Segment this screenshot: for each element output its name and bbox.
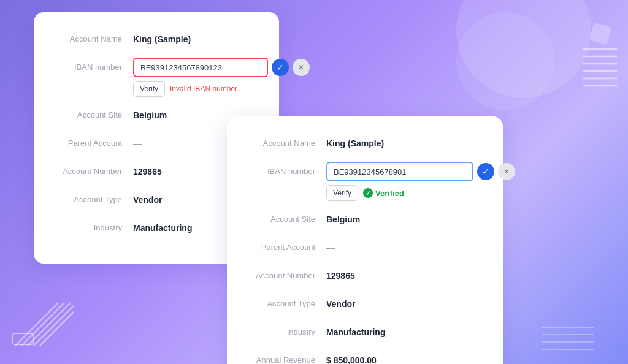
- front-account-number-value: 129865: [326, 266, 355, 286]
- back-account-type-value: Vendor: [133, 190, 162, 210]
- front-industry-value: Manufacturing: [326, 322, 385, 342]
- front-account-site-value: Belgium: [326, 210, 360, 229]
- back-account-site-label: Account Site: [53, 105, 133, 125]
- card-valid: Account Name King (Sample) IBAN number ✓…: [227, 116, 503, 364]
- back-iban-verify-row: Verify Invalid IBAN number.: [133, 81, 310, 97]
- back-account-site-value: Belgium: [133, 105, 167, 125]
- back-iban-label: IBAN number: [53, 58, 133, 77]
- svg-line-9: [34, 306, 74, 346]
- front-iban-close-btn[interactable]: ✕: [498, 163, 515, 180]
- back-account-type-label: Account Type: [53, 190, 133, 210]
- back-iban-check-btn[interactable]: ✓: [272, 59, 289, 76]
- front-iban-check-btn[interactable]: ✓: [477, 163, 494, 180]
- front-iban-verify-row: Verify ✓ Verified: [326, 185, 515, 201]
- front-iban-input[interactable]: [326, 162, 473, 181]
- front-account-site-row: Account Site Belgium: [247, 210, 483, 229]
- svg-line-6: [15, 303, 58, 346]
- bg-lines-bottom-left: [9, 284, 77, 352]
- front-industry-row: Industry Manufacturing: [247, 322, 483, 342]
- front-account-name-value: King (Sample): [326, 134, 384, 153]
- bg-circle-small: [456, 12, 554, 110]
- front-annual-revenue-value: $ 850,000.00: [326, 351, 377, 364]
- front-verify-button[interactable]: Verify: [326, 185, 358, 201]
- front-account-type-value: Vendor: [326, 294, 355, 314]
- front-account-type-row: Account Type Vendor: [247, 294, 483, 314]
- svg-line-7: [21, 303, 64, 346]
- front-annual-revenue-row: Annual Revenue $ 850,000.00: [247, 351, 483, 364]
- back-parent-account-label: Parent Account: [53, 134, 133, 153]
- back-iban-input-row: ✓ ✕: [133, 58, 310, 77]
- back-iban-error: Invalid IBAN number.: [170, 85, 239, 93]
- back-account-name-label: Account Name: [53, 29, 133, 49]
- back-verify-button[interactable]: Verify: [133, 81, 165, 97]
- verified-label: Verified: [375, 189, 404, 198]
- front-account-site-label: Account Site: [247, 210, 326, 229]
- back-account-name-value: King (Sample): [133, 29, 191, 49]
- back-industry-label: Industry: [53, 218, 133, 238]
- bg-rect-decoration: [589, 23, 612, 45]
- back-iban-row: IBAN number ✓ ✕ Verify Invalid IBAN numb…: [53, 58, 259, 97]
- bg-lines-bottom-right: [542, 321, 597, 358]
- front-iban-label: IBAN number: [247, 162, 326, 181]
- front-account-number-row: Account Number 129865: [247, 266, 483, 286]
- front-account-type-label: Account Type: [247, 294, 326, 314]
- front-industry-label: Industry: [247, 322, 326, 342]
- front-iban-wrapper: ✓ ✕ Verify ✓ Verified: [326, 162, 515, 201]
- back-iban-input[interactable]: [133, 58, 268, 77]
- verified-check-icon: ✓: [363, 188, 373, 198]
- front-account-name-row: Account Name King (Sample): [247, 134, 483, 153]
- front-iban-row: IBAN number ✓ ✕ Verify ✓ Verified: [247, 162, 483, 201]
- front-iban-input-row: ✓ ✕: [326, 162, 515, 181]
- front-annual-revenue-label: Annual Revenue: [247, 351, 326, 364]
- front-account-number-label: Account Number: [247, 266, 326, 286]
- front-account-name-label: Account Name: [247, 134, 326, 153]
- front-parent-account-label: Parent Account: [247, 238, 326, 257]
- front-verified-badge: ✓ Verified: [363, 188, 404, 198]
- back-account-number-label: Account Number: [53, 162, 133, 181]
- front-parent-account-row: Parent Account —: [247, 238, 483, 257]
- back-industry-value: Manufacturing: [133, 218, 192, 238]
- back-account-name-row: Account Name King (Sample): [53, 29, 259, 49]
- back-account-number-value: 129865: [133, 162, 162, 181]
- front-parent-account-value: —: [326, 238, 335, 257]
- back-iban-close-btn[interactable]: ✕: [293, 59, 310, 76]
- bg-lines-top-right: [583, 43, 623, 98]
- back-parent-account-value: —: [133, 134, 142, 153]
- back-iban-wrapper: ✓ ✕ Verify Invalid IBAN number.: [133, 58, 310, 97]
